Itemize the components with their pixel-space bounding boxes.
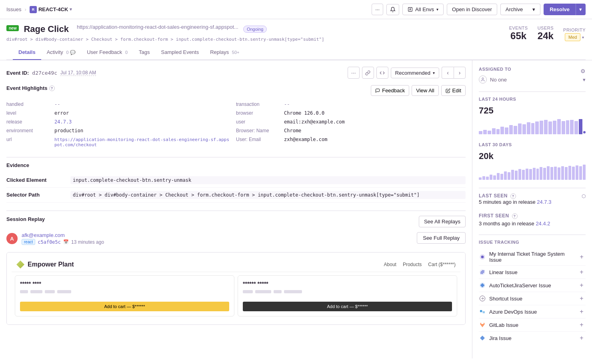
- bar: [493, 175, 496, 180]
- tracking-item-linear: Linear Issue +: [479, 266, 586, 279]
- tracking-item-left: My Internal Ticket Triage System Issue: [479, 251, 578, 263]
- bar: [486, 177, 489, 180]
- feedback-icon: [375, 88, 380, 93]
- replay-user-info: A afk@example.com react c5af0e5c 📅 13 mi…: [6, 232, 104, 245]
- svg-point-1: [482, 78, 484, 80]
- bar: [504, 171, 507, 180]
- tab-user-feedback[interactable]: User Feedback 0: [81, 45, 133, 60]
- archive-dropdown-button[interactable]: ▾: [528, 4, 540, 15]
- feedback-label: Feedback: [382, 88, 405, 93]
- shortcut-icon: [479, 295, 486, 302]
- add-gitlab-button[interactable]: +: [578, 321, 586, 329]
- top-bar: Issues › R REACT-4CK ▾ ··· All Envs ▾ Op…: [0, 0, 592, 19]
- svg-point-3: [481, 256, 484, 259]
- bar: [479, 131, 482, 134]
- tab-details[interactable]: Details: [13, 45, 41, 60]
- bar: [509, 125, 513, 134]
- see-full-replay-button[interactable]: See Full Replay: [417, 232, 466, 244]
- tab-replays[interactable]: Replays 50+: [204, 45, 245, 60]
- add-jira-button[interactable]: +: [578, 334, 586, 342]
- code-button[interactable]: [376, 67, 388, 79]
- replay-time-ago: 13 minutes ago: [71, 239, 104, 245]
- settings-icon[interactable]: ⚙: [580, 68, 586, 74]
- tab-sampled-events[interactable]: Sampled Events: [156, 45, 205, 60]
- hl-val-url[interactable]: https://application-monitoring-react-dot…: [54, 137, 230, 147]
- replay-user-email[interactable]: afk@example.com: [22, 232, 104, 238]
- bar: [518, 123, 522, 134]
- archive-button[interactable]: Archive: [500, 4, 528, 15]
- event-nav: ‹ ›: [442, 67, 466, 79]
- empower-logo: Empower Plant: [16, 261, 74, 269]
- add-jiraserver-button[interactable]: +: [578, 281, 586, 289]
- bar: [579, 166, 582, 180]
- highlights-title-text: Event Highlights: [6, 85, 48, 91]
- project-badge[interactable]: R REACT-4CK ▾: [30, 6, 72, 13]
- breadcrumb: Issues › R REACT-4CK ▾: [6, 6, 72, 13]
- clicked-element-value: input.complete-checkout-btn.sentry-unmas…: [70, 176, 466, 184]
- hl-val: --: [284, 101, 459, 107]
- add-to-cart-2-button[interactable]: Add to cart — $******: [243, 302, 452, 311]
- bell-icon: [390, 7, 396, 12]
- tab-activity[interactable]: Activity 0 💬: [41, 45, 82, 60]
- bar: [579, 119, 582, 134]
- next-event-button[interactable]: ›: [454, 67, 466, 79]
- info-icon[interactable]: ?: [510, 193, 516, 199]
- see-all-replays-button[interactable]: See All Replays: [419, 216, 466, 227]
- commit-hash: c5af0e5c: [38, 239, 61, 245]
- users-label: USERS: [538, 26, 554, 30]
- person-icon: [480, 77, 485, 82]
- issue-url: https://application-monitoring-react-dot…: [77, 24, 238, 30]
- resolve-group: Resolve ▾: [544, 4, 586, 15]
- resolve-dropdown-button[interactable]: ▾: [576, 4, 586, 15]
- users-stat: USERS 24k: [538, 26, 554, 42]
- feedback-button[interactable]: Feedback: [371, 85, 409, 96]
- hl-key: user: [236, 119, 284, 125]
- add-shortcut-button[interactable]: +: [578, 294, 586, 302]
- add-linear-button[interactable]: +: [578, 268, 586, 276]
- replays-count: 50+: [232, 50, 240, 55]
- first-seen-release[interactable]: 24.4.2: [536, 221, 550, 227]
- assigned-user: No one: [479, 76, 507, 84]
- breadcrumb-issues[interactable]: Issues: [6, 6, 22, 12]
- prev-event-button[interactable]: ‹: [442, 67, 454, 79]
- top-bar-actions: ··· All Envs ▾ Open in Discover Archive …: [372, 4, 586, 15]
- highlight-actions: Feedback View All Edit: [371, 85, 466, 96]
- react-badge: react: [22, 239, 35, 245]
- highlight-transaction: transaction --: [236, 100, 459, 109]
- chevron-down-icon: ▾: [70, 7, 72, 12]
- tracking-item-label: My Internal Ticket Triage System Issue: [489, 251, 578, 263]
- hl-val-link[interactable]: 24.7.3: [54, 119, 230, 125]
- notification-button[interactable]: [386, 4, 399, 15]
- bar: [497, 173, 500, 180]
- event-header: Event ID: d27ce49c Jul 17, 10:08 AM ··· …: [6, 67, 466, 79]
- more-event-options-button[interactable]: ···: [348, 67, 360, 79]
- user-icon: [479, 76, 487, 84]
- all-envs-button[interactable]: All Envs ▾: [402, 4, 444, 15]
- product-card-1: ***** **** Add to cart — $******: [15, 275, 234, 316]
- edit-icon: [446, 88, 450, 93]
- link-button[interactable]: [362, 67, 374, 79]
- view-all-button[interactable]: View All: [412, 85, 438, 96]
- chevron-down-icon: ▾: [433, 71, 435, 75]
- selector-path-value: div#root > div#body-container > Checkout…: [70, 191, 466, 199]
- info-icon[interactable]: ?: [512, 213, 518, 219]
- main-content: Event ID: d27ce49c Jul 17, 10:08 AM ··· …: [0, 60, 472, 358]
- info-icon[interactable]: ?: [49, 86, 55, 91]
- priority-badge[interactable]: Med: [565, 33, 580, 41]
- edit-button[interactable]: Edit: [441, 85, 466, 96]
- add-to-cart-1-button[interactable]: Add to cart — $******: [20, 302, 229, 311]
- resolve-button[interactable]: Resolve: [544, 4, 576, 15]
- add-azure-button[interactable]: +: [578, 308, 586, 316]
- external-link-icon[interactable]: ⬡: [582, 193, 586, 199]
- add-tracking-button[interactable]: +: [578, 253, 586, 261]
- assigned-user-row[interactable]: No one ▾: [479, 76, 586, 84]
- more-options-button[interactable]: ···: [372, 4, 383, 15]
- recommended-button[interactable]: Recommended ▾: [391, 68, 439, 78]
- last-seen-release[interactable]: 24.7.3: [537, 199, 551, 205]
- azure-icon: [479, 308, 486, 315]
- highlight-user-email: User: Email zxh@example.com: [236, 135, 459, 144]
- event-highlights-section: Event Highlights ? Feedback View All Edi…: [6, 85, 466, 149]
- tab-tags[interactable]: Tags: [133, 45, 155, 60]
- empower-nav-links: About Products Cart ($******): [384, 262, 456, 267]
- open-in-discover-button[interactable]: Open in Discover: [447, 4, 497, 15]
